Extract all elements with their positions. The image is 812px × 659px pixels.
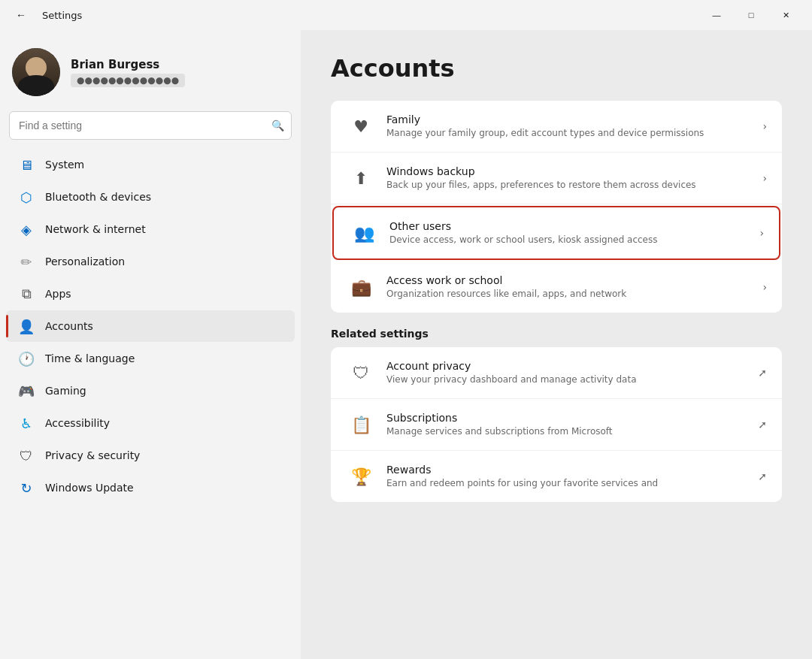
rewards-icon: 🏆 — [346, 461, 376, 491]
other-users-arrow: › — [759, 227, 764, 239]
bluetooth-icon: ⬡ — [18, 189, 35, 205]
sidebar-label-time: Time & language — [45, 352, 135, 364]
settings-item-family[interactable]: ♥ Family Manage your family group, edit … — [331, 101, 782, 153]
sidebar-label-network: Network & internet — [45, 223, 146, 235]
system-icon: 🖥 — [18, 156, 35, 173]
access-work-desc: Organization resources like email, apps,… — [386, 288, 755, 301]
settings-card-main: ♥ Family Manage your family group, edit … — [331, 101, 782, 313]
page-title: Accounts — [331, 54, 782, 83]
subscriptions-desc: Manage services and subscriptions from M… — [386, 425, 750, 438]
user-section: Brian Burgess ●●●●●●●●●●●●● — [0, 39, 301, 111]
sidebar-label-accessibility: Accessibility — [45, 417, 110, 429]
titlebar: ← Settings — □ ✕ — [0, 0, 812, 30]
access-work-title: Access work or school — [386, 274, 755, 286]
privacy-icon: 🛡 — [18, 447, 35, 464]
family-arrow: › — [762, 120, 767, 132]
apps-icon: ⧉ — [18, 286, 35, 302]
minimize-button[interactable]: — — [699, 3, 734, 27]
main-content: Accounts ♥ Family Manage your family gro… — [301, 30, 812, 659]
time-icon: 🕐 — [18, 350, 35, 367]
access-work-arrow: › — [762, 281, 767, 293]
sidebar-item-system[interactable]: 🖥 System — [6, 149, 295, 180]
other-users-icon: 👥 — [349, 218, 379, 248]
family-icon: ♥ — [346, 111, 376, 141]
other-users-desc: Device access, work or school users, kio… — [389, 234, 752, 246]
app-title: Settings — [42, 10, 82, 21]
family-title: Family — [386, 113, 755, 125]
settings-card-related: 🛡 Account privacy View your privacy dash… — [331, 347, 782, 502]
sidebar-label-gaming: Gaming — [45, 385, 86, 397]
subscriptions-icon: 📋 — [346, 410, 376, 440]
rewards-desc: Earn and redeem points for using your fa… — [386, 477, 750, 490]
avatar-image — [12, 48, 60, 96]
account-privacy-title: Account privacy — [386, 360, 750, 372]
related-item-rewards[interactable]: 🏆 Rewards Earn and redeem points for usi… — [331, 451, 782, 502]
user-email: ●●●●●●●●●●●●● — [71, 74, 185, 87]
sidebar-label-update: Windows Update — [45, 482, 134, 494]
avatar — [12, 48, 60, 96]
account-privacy-external-icon: ➚ — [758, 367, 767, 379]
accessibility-icon: ♿ — [18, 415, 35, 431]
gaming-icon: 🎮 — [18, 382, 35, 399]
sidebar-item-apps[interactable]: ⧉ Apps — [6, 278, 295, 310]
network-icon: ◈ — [18, 221, 35, 237]
search-input[interactable] — [9, 111, 292, 140]
window-controls: — □ ✕ — [699, 3, 803, 27]
sidebar-item-bluetooth[interactable]: ⬡ Bluetooth & devices — [6, 181, 295, 213]
sidebar-label-apps: Apps — [45, 288, 71, 300]
settings-item-windows-backup[interactable]: ⬆ Windows backup Back up your files, app… — [331, 153, 782, 204]
sidebar-item-accounts[interactable]: 👤 Accounts — [6, 310, 295, 342]
access-work-icon: 💼 — [346, 272, 376, 302]
sidebar-label-system: System — [45, 159, 84, 171]
account-privacy-icon: 🛡 — [346, 358, 376, 388]
accounts-icon: 👤 — [18, 318, 35, 334]
sidebar: Brian Burgess ●●●●●●●●●●●●● 🔍 🖥 System ⬡… — [0, 30, 301, 659]
subscriptions-external-icon: ➚ — [758, 419, 767, 431]
sidebar-label-privacy: Privacy & security — [45, 449, 140, 461]
close-button[interactable]: ✕ — [768, 3, 803, 27]
related-settings-label: Related settings — [331, 328, 782, 340]
user-info: Brian Burgess ●●●●●●●●●●●●● — [71, 58, 289, 87]
maximize-button[interactable]: □ — [734, 3, 768, 27]
sidebar-item-accessibility[interactable]: ♿ Accessibility — [6, 407, 295, 439]
nav-list: 🖥 System ⬡ Bluetooth & devices ◈ Network… — [0, 149, 301, 503]
subscriptions-title: Subscriptions — [386, 412, 750, 424]
app-body: Brian Burgess ●●●●●●●●●●●●● 🔍 🖥 System ⬡… — [0, 30, 812, 659]
back-button[interactable]: ← — [9, 3, 33, 27]
sidebar-item-privacy[interactable]: 🛡 Privacy & security — [6, 440, 295, 471]
windows-backup-title: Windows backup — [386, 165, 755, 177]
family-desc: Manage your family group, edit account t… — [386, 127, 755, 140]
other-users-title: Other users — [389, 220, 752, 232]
sidebar-label-accounts: Accounts — [45, 320, 93, 332]
sidebar-item-personalization[interactable]: ✏ Personalization — [6, 246, 295, 277]
sidebar-item-network[interactable]: ◈ Network & internet — [6, 213, 295, 245]
update-icon: ↻ — [18, 479, 35, 496]
rewards-external-icon: ➚ — [758, 470, 767, 482]
sidebar-label-personalization: Personalization — [45, 255, 125, 268]
related-item-account-privacy[interactable]: 🛡 Account privacy View your privacy dash… — [331, 347, 782, 399]
settings-item-access-work[interactable]: 💼 Access work or school Organization res… — [331, 261, 782, 313]
windows-backup-icon: ⬆ — [346, 163, 376, 193]
windows-backup-arrow: › — [762, 172, 767, 184]
sidebar-item-time[interactable]: 🕐 Time & language — [6, 343, 295, 374]
personalization-icon: ✏ — [18, 253, 35, 270]
settings-item-other-users[interactable]: 👥 Other users Device access, work or sch… — [332, 206, 780, 260]
account-privacy-desc: View your privacy dashboard and manage a… — [386, 373, 750, 386]
search-box: 🔍 — [9, 111, 292, 140]
sidebar-label-bluetooth: Bluetooth & devices — [45, 191, 151, 203]
sidebar-item-gaming[interactable]: 🎮 Gaming — [6, 375, 295, 407]
related-item-subscriptions[interactable]: 📋 Subscriptions Manage services and subs… — [331, 399, 782, 451]
windows-backup-desc: Back up your files, apps, preferences to… — [386, 179, 755, 192]
rewards-title: Rewards — [386, 464, 750, 476]
search-icon: 🔍 — [271, 119, 284, 131]
sidebar-item-update[interactable]: ↻ Windows Update — [6, 472, 295, 503]
user-name: Brian Burgess — [71, 58, 289, 71]
